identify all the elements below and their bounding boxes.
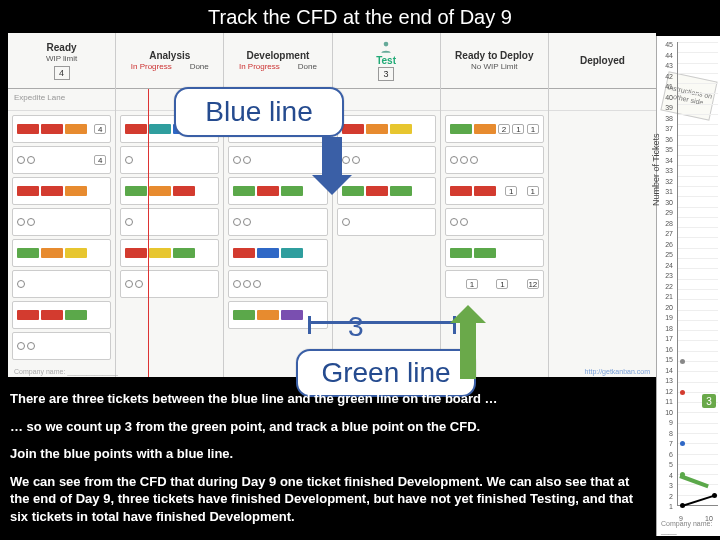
ticket-card[interactable]	[120, 177, 219, 205]
svg-point-0	[384, 42, 389, 47]
expedite-lane: Expedite Lane	[8, 89, 115, 111]
col-analysis-sub2: Done	[190, 62, 209, 71]
ticket-card[interactable]: 11	[445, 177, 544, 205]
ticket-card[interactable]	[12, 239, 111, 267]
cfd-company: Company name: ____	[661, 520, 720, 534]
cfd-chart: Instructions on other side 4544434241403…	[656, 36, 720, 536]
ticket-card[interactable]: 211	[445, 115, 544, 143]
ticket-card[interactable]	[12, 332, 111, 360]
copy-p4: We can see from the CFD that during Day …	[10, 474, 633, 524]
ticket-card[interactable]	[445, 146, 544, 174]
ticket-card[interactable]	[228, 208, 327, 236]
copy-p2: … so we count up 3 from the green point,…	[10, 419, 480, 434]
ticket-card[interactable]	[120, 208, 219, 236]
ticket-card[interactable]	[337, 146, 436, 174]
col-ready-deploy: Ready to Deploy No WIP Limit 211 11 1112	[441, 33, 549, 377]
ticket-card[interactable]	[337, 115, 436, 143]
col-rtd-label: Ready to Deploy	[455, 50, 533, 61]
board-footer-left: Company name: _____________	[14, 368, 118, 375]
ticket-card[interactable]	[445, 208, 544, 236]
col-dev-sub1: In Progress	[239, 62, 280, 71]
col-analysis: Analysis In ProgressDone 1	[116, 33, 224, 377]
ticket-card[interactable]	[228, 239, 327, 267]
col-ready-wip: 4	[54, 66, 70, 80]
copy-p3: Join the blue points with a blue line.	[10, 446, 233, 461]
cfd-ylabel: Number of Tickets	[651, 133, 661, 206]
cfd-yticks: 4544434241403938373635343332313029282726…	[659, 40, 673, 513]
board-footer-right: http://getkanban.com	[585, 368, 650, 375]
callout-blue-line: Blue line	[174, 87, 344, 137]
col-dev-sub2: Done	[298, 62, 317, 71]
cfd-point	[680, 359, 685, 364]
col-ready-label: Ready	[47, 42, 77, 53]
ticket-card[interactable]: 4	[12, 115, 111, 143]
bracket-icon	[308, 321, 456, 339]
col-rtd-sub: No WIP Limit	[471, 62, 518, 71]
ticket-card[interactable]	[12, 208, 111, 236]
cfd-segment	[682, 495, 715, 507]
col-ready-sub: WIP limit	[46, 54, 77, 63]
person-icon	[379, 40, 393, 54]
cfd-plot	[677, 42, 718, 506]
ticket-card[interactable]	[120, 239, 219, 267]
col-ready: Ready WIP limit 4 Expedite Lane 4 4	[8, 33, 116, 377]
col-analysis-sub1: In Progress	[131, 62, 172, 71]
cfd-green-hint	[679, 474, 709, 488]
explanation-text: There are three tickets between the blue…	[10, 390, 646, 535]
col-test-wip: 3	[378, 67, 394, 81]
page-title: Track the CFD at the end of Day 9	[0, 0, 720, 33]
copy-p1: There are three tickets between the blue…	[10, 391, 498, 406]
col-dev-label: Development	[247, 50, 310, 61]
ticket-card[interactable]	[228, 270, 327, 298]
ticket-card[interactable]: 4	[12, 146, 111, 174]
badge-three: 3	[702, 394, 716, 408]
ticket-card[interactable]	[120, 146, 219, 174]
col-deployed-label: Deployed	[580, 55, 625, 66]
ticket-card[interactable]: 1112	[445, 270, 544, 298]
ticket-card[interactable]	[12, 301, 111, 329]
ticket-card[interactable]	[12, 270, 111, 298]
cfd-point	[680, 390, 685, 395]
callout-three: 3	[348, 311, 364, 343]
ticket-card[interactable]	[337, 208, 436, 236]
col-deployed: Deployed	[549, 33, 656, 377]
col-test-label: Test	[376, 55, 396, 66]
ticket-card[interactable]	[120, 270, 219, 298]
cfd-point	[680, 441, 685, 446]
col-analysis-label: Analysis	[149, 50, 190, 61]
ticket-card[interactable]	[445, 239, 544, 267]
ticket-card[interactable]	[228, 146, 327, 174]
ticket-card[interactable]	[12, 177, 111, 205]
kanban-board: Ready WIP limit 4 Expedite Lane 4 4	[8, 33, 656, 377]
